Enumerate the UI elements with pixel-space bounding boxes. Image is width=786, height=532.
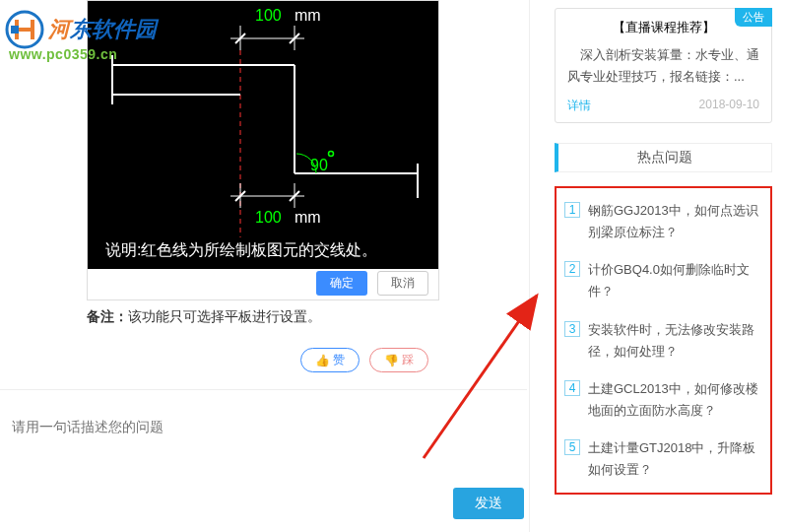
- hot-item-2[interactable]: 2 计价GBQ4.0如何删除临时文件？: [564, 259, 762, 302]
- question-input[interactable]: [12, 419, 504, 434]
- thumbs-down-icon: 👎: [384, 354, 399, 367]
- cancel-button[interactable]: 取消: [377, 271, 428, 296]
- hot-list: 1 钢筋GGJ2013中，如何点选识别梁原位标注？ 2 计价GBQ4.0如何删除…: [555, 186, 772, 495]
- dim-top-unit: mm: [295, 7, 321, 24]
- dislike-label: 踩: [402, 352, 414, 368]
- dim-top-value: 100: [255, 7, 282, 24]
- hot-header: 热点问题: [555, 143, 772, 172]
- main-panel: 100 mm 90: [0, 0, 527, 532]
- like-button[interactable]: 👍 赞: [300, 348, 360, 372]
- hot-text: 安装软件时，无法修改安装路径，如何处理？: [588, 319, 762, 363]
- logo-url: www.pc0359.cn: [9, 46, 157, 62]
- remark-text: 备注：该功能只可选择平板进行设置。: [87, 308, 321, 326]
- hot-text: 钢筋GGJ2013中，如何点选识别梁原位标注？: [588, 200, 762, 243]
- notice-date: 2018-09-10: [699, 98, 759, 114]
- dim-bottom-unit: mm: [295, 209, 321, 226]
- notice-badge: 公告: [735, 8, 772, 27]
- diagram-caption: 说明:红色线为所绘制板图元的交线处。: [105, 241, 377, 258]
- notice-detail-link[interactable]: 详情: [567, 98, 591, 114]
- hot-item-3[interactable]: 3 安装软件时，无法修改安装路径，如何处理？: [564, 319, 762, 363]
- notice-card: 公告 【直播课程推荐】 深入剖析安装算量：水专业、通风专业处理技巧，报名链接：.…: [555, 8, 772, 123]
- right-panel: 公告 【直播课程推荐】 深入剖析安装算量：水专业、通风专业处理技巧，报名链接：.…: [547, 0, 780, 532]
- divider: [0, 389, 527, 390]
- dim-angle: 90: [310, 157, 328, 173]
- thumbs-up-icon: 👍: [315, 354, 330, 367]
- logo-icon: [5, 10, 44, 49]
- hot-text: 土建GCL2013中，如何修改楼地面的立面防水高度？: [588, 378, 762, 422]
- notice-body: 深入剖析安装算量：水专业、通风专业处理技巧，报名链接：...: [567, 44, 759, 88]
- dim-bottom-value: 100: [255, 209, 282, 226]
- svg-rect-1: [11, 26, 19, 33]
- hot-item-1[interactable]: 1 钢筋GGJ2013中，如何点选识别梁原位标注？: [564, 200, 762, 243]
- logo-text: 河东软件园: [48, 15, 157, 44]
- hot-num: 4: [564, 380, 580, 396]
- hot-num: 2: [564, 261, 580, 277]
- hot-item-5[interactable]: 5 土建计量GTJ2018中，升降板如何设置？: [564, 437, 762, 481]
- hot-num: 1: [564, 202, 580, 218]
- confirm-button[interactable]: 确定: [316, 271, 367, 296]
- like-label: 赞: [333, 352, 345, 368]
- svg-point-14: [329, 152, 334, 157]
- vertical-divider: [529, 0, 530, 532]
- hot-text: 计价GBQ4.0如何删除临时文件？: [588, 259, 762, 302]
- hot-text: 土建计量GTJ2018中，升降板如何设置？: [588, 437, 762, 481]
- dislike-button[interactable]: 👎 踩: [369, 348, 428, 372]
- hot-item-4[interactable]: 4 土建GCL2013中，如何修改楼地面的立面防水高度？: [564, 378, 762, 422]
- notice-title: 【直播课程推荐】: [567, 19, 759, 36]
- site-logo: 河东软件园 www.pc0359.cn: [5, 10, 157, 62]
- send-button[interactable]: 发送: [453, 488, 524, 519]
- hot-num: 3: [564, 321, 580, 337]
- hot-num: 5: [564, 439, 580, 455]
